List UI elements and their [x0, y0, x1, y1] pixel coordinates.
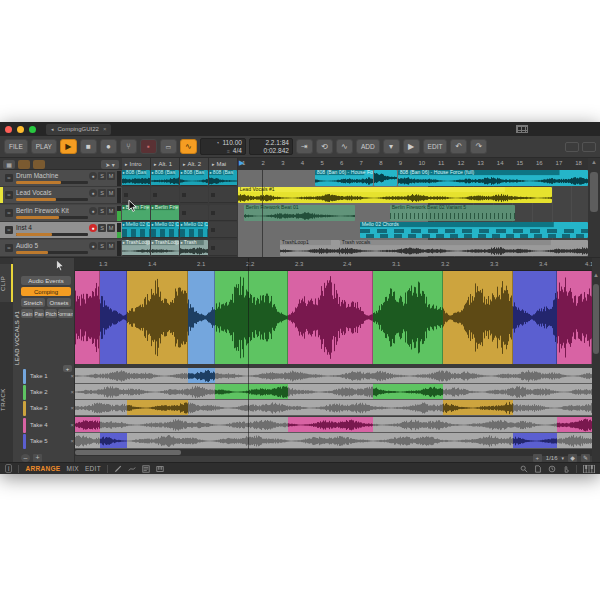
editor-ruler[interactable]: 1.31.42.12.22.32.43.13.23.33.44.1 [75, 258, 592, 271]
solo-button[interactable]: S [98, 242, 106, 250]
io-panel-icon[interactable] [565, 142, 579, 152]
mute-button[interactable]: M [107, 189, 115, 197]
scene-header-mai[interactable]: ▸Mai [209, 158, 238, 170]
comping-button[interactable]: Comping [21, 287, 71, 296]
clip-play-icon[interactable]: ▸ [123, 205, 125, 210]
tab-close-icon[interactable]: × [103, 126, 107, 132]
overdub-button[interactable]: ▪ [140, 139, 157, 154]
clip-stop-icon[interactable] [211, 228, 215, 232]
tab-track[interactable]: TRACK [0, 378, 13, 422]
file-menu-button[interactable]: FILE [4, 139, 28, 154]
clip-play-icon[interactable]: ▸ [152, 240, 154, 245]
take-lane-5[interactable] [75, 433, 592, 449]
clip-play-icon[interactable]: ▸ [152, 205, 154, 210]
loop-button[interactable]: ⟲ [316, 139, 333, 154]
timeline-clip[interactable]: Berlin Firework Beat 01 [244, 205, 355, 221]
punch-in-out-button[interactable]: ⇥ [296, 139, 313, 154]
position-display[interactable]: 2.2.1:84 0:02.842 [249, 138, 293, 155]
zoom-plus-icon[interactable]: + [533, 454, 542, 462]
save-button[interactable]: ▾ [383, 139, 400, 154]
take-lane-1[interactable] [75, 368, 592, 384]
scene-play-icon[interactable]: ▸ [212, 161, 215, 167]
launcher-clip-cell[interactable] [151, 187, 179, 203]
record-arm-button[interactable]: ● [89, 224, 97, 232]
launcher-clip-cell[interactable] [209, 222, 237, 238]
take-row-5[interactable]: Take 5× [23, 433, 75, 450]
clip-stop-icon[interactable] [211, 246, 215, 250]
cable-icon[interactable] [128, 465, 136, 473]
view-mix[interactable]: MIX [66, 465, 78, 472]
track-header-2[interactable]: ≈Lead Vocals●SM [0, 187, 122, 204]
solo-button[interactable]: S [98, 189, 106, 197]
launcher-clip-cell[interactable] [180, 187, 208, 203]
volume-slider[interactable] [16, 233, 88, 236]
close-window-button[interactable] [5, 126, 12, 133]
lane-grow-button[interactable]: + [33, 454, 42, 462]
export-button[interactable]: ▶ [403, 139, 420, 154]
solo-button[interactable]: S [98, 224, 106, 232]
clip-launcher-icon[interactable]: ▭ [160, 139, 177, 154]
view-edit[interactable]: EDIT [85, 465, 101, 472]
scene-header-alt-1[interactable]: ▸Alt. 1 [151, 158, 180, 170]
search-icon[interactable] [520, 465, 528, 473]
add-take-button[interactable]: + [63, 365, 72, 372]
launcher-clip-cell[interactable]: ▸Mello 02 C [122, 222, 150, 238]
scene-play-icon[interactable]: ▸ [183, 161, 186, 167]
arranger-record-mode-icon[interactable]: ⑂ [120, 139, 137, 154]
launcher-clip-cell[interactable]: ▸TrashLoop1 [122, 240, 150, 256]
editor-scroll-thumb[interactable] [593, 284, 599, 354]
mute-button[interactable]: M [107, 207, 115, 215]
edit-menu-button[interactable]: EDIT [423, 139, 448, 154]
file-browser-icon[interactable] [534, 465, 542, 473]
launcher-clip-cell[interactable]: ▸808 (Bas [151, 170, 179, 186]
play-button[interactable]: ▶ [60, 139, 77, 154]
track-header-4[interactable]: ≈Inst 4●SM [0, 222, 122, 239]
stretch-button[interactable]: Stretch [21, 298, 45, 307]
arranger-playhead[interactable] [262, 170, 263, 257]
scene-header-intro[interactable]: ▸Intro [122, 158, 151, 170]
remove-take-button[interactable]: × [70, 373, 74, 379]
mute-button[interactable]: M [107, 242, 115, 250]
keyboard-icon[interactable] [156, 465, 164, 473]
remove-take-button[interactable]: × [70, 405, 74, 411]
automation-follow-button[interactable]: ∿ [180, 139, 197, 154]
audio-events-button[interactable]: Audio Events [21, 276, 71, 285]
redo-button[interactable]: ↷ [470, 139, 487, 154]
track-grid-icon[interactable]: ▦ [3, 160, 15, 169]
timeline-clip[interactable]: Berlin Firework Beat 02 Variant 5 [390, 205, 515, 221]
clip-stop-icon[interactable] [211, 211, 215, 215]
editor-scroll-up-icon[interactable]: ▲ [592, 272, 600, 278]
pitch-button[interactable]: Pitch [45, 309, 57, 318]
launcher-clip-cell[interactable]: ▸808 (Bas [180, 170, 208, 186]
piano-keys-icon[interactable] [583, 465, 595, 473]
info-button[interactable]: i [5, 464, 12, 473]
clip-play-icon[interactable]: ▸ [181, 222, 183, 227]
volume-slider[interactable] [16, 216, 88, 219]
record-arm-button[interactable]: ● [89, 207, 97, 215]
launcher-clip-cell[interactable] [209, 205, 237, 221]
metronome-icon[interactable]: ◔ [216, 139, 220, 147]
gain-button[interactable]: Gain [21, 309, 33, 318]
editor-playhead[interactable] [248, 258, 249, 449]
take-row-2[interactable]: Take 2× [23, 384, 75, 401]
take-lane-2[interactable] [75, 384, 592, 400]
volume-slider[interactable] [16, 181, 88, 184]
launcher-clip-cell[interactable]: ▸Mello 02 C [180, 222, 208, 238]
launcher-clip-cell[interactable] [209, 240, 237, 256]
record-button[interactable]: ● [100, 139, 117, 154]
timeline-clip[interactable] [374, 170, 397, 186]
tab-clip[interactable]: CLIP [0, 264, 13, 302]
workspace-layout-icon[interactable] [516, 125, 528, 133]
solo-button[interactable]: S [98, 207, 106, 215]
record-arm-button[interactable]: ● [89, 189, 97, 197]
touch-mode-icon[interactable] [562, 465, 570, 473]
volume-slider[interactable] [16, 198, 88, 201]
formant-button[interactable]: Formant [58, 309, 73, 318]
take-row-4[interactable]: Take 4× [23, 417, 75, 434]
lane-shrink-button[interactable]: – [21, 454, 30, 462]
clip-play-icon[interactable]: ▸ [123, 222, 125, 227]
stop-button[interactable]: ■ [80, 139, 97, 154]
clip-play-icon[interactable]: ▸ [123, 170, 125, 175]
clip-play-icon[interactable]: ▸ [152, 222, 154, 227]
track-header-1[interactable]: ≈Drum Machine●SM [0, 170, 122, 187]
